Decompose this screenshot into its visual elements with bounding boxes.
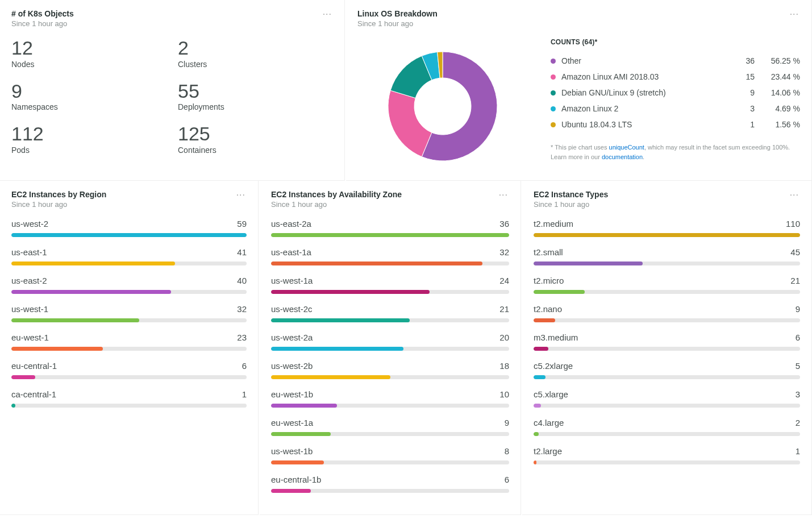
bar-item[interactable]: us-west-2c21 [271, 304, 509, 322]
bar-item[interactable]: us-west-1b8 [271, 446, 509, 464]
card-menu-button[interactable]: ··· [786, 8, 802, 20]
metric-label: Containers [178, 146, 333, 155]
bar-value: 2 [796, 418, 800, 427]
card-menu-button[interactable]: ··· [495, 189, 511, 201]
bar-item[interactable]: us-west-2b18 [271, 361, 509, 379]
bar-list: us-west-259us-east-141us-east-240us-west… [11, 219, 247, 408]
legend-dot [551, 122, 556, 127]
bar-fill [271, 318, 410, 322]
legend-row[interactable]: Debian GNU/Linux 9 (stretch)914.06 % [551, 85, 800, 101]
bar-label: t2.small [534, 247, 563, 257]
legend-title: COUNTS (64)* [551, 38, 800, 46]
legend-count: 15 [732, 72, 755, 81]
bar-fill [271, 262, 482, 265]
bar-label: c5.xlarge [534, 389, 568, 399]
bar-value: 45 [790, 247, 800, 257]
bar-list: us-east-2a36us-east-1a32us-west-1a24us-w… [271, 219, 509, 493]
bar-item[interactable]: eu-west-1a9 [271, 418, 509, 436]
bar-label: m3.medium [534, 333, 578, 342]
bar-label: us-west-1 [11, 304, 48, 314]
bar-item[interactable]: us-east-2a36 [271, 219, 509, 237]
bar-item[interactable]: t2.micro21 [534, 276, 800, 294]
bar-value: 10 [499, 389, 509, 399]
bar-fill [11, 347, 103, 351]
bar-item[interactable]: c4.large2 [534, 418, 800, 436]
bar-value: 20 [499, 333, 509, 342]
bar-label: t2.large [534, 446, 562, 456]
card-subtitle: Since 1 hour ago [11, 200, 247, 209]
bar-value: 9 [505, 418, 509, 427]
card-menu-button[interactable]: ··· [233, 189, 249, 201]
bar-item[interactable]: us-west-1a24 [271, 276, 509, 294]
bar-item[interactable]: t2.small45 [534, 247, 800, 265]
legend-pct: 1.56 % [766, 120, 800, 129]
bar-track [11, 347, 247, 351]
legend-row[interactable]: Amazon Linux 234.69 % [551, 101, 800, 117]
bar-item[interactable]: t2.large1 [534, 446, 800, 464]
metric-value: 2 [178, 38, 333, 59]
pie-chart [357, 38, 528, 169]
pie-slice[interactable] [388, 90, 432, 157]
bar-label: eu-central-1 [11, 361, 57, 371]
bar-label: us-west-2a [271, 333, 313, 342]
bar-item[interactable]: us-east-1a32 [271, 247, 509, 265]
legend-row[interactable]: Ubuntu 18.04.3 LTS11.56 % [551, 117, 800, 132]
link-documentation[interactable]: documentation [602, 153, 643, 160]
card-menu-button[interactable]: ··· [786, 189, 802, 201]
card-subtitle: Since 1 hour ago [357, 19, 800, 28]
metric-label: Pods [11, 146, 166, 155]
legend-name: Ubuntu 18.04.3 LTS [561, 120, 732, 129]
legend-row[interactable]: Other3656.25 % [551, 53, 800, 69]
bar-value: 1 [796, 446, 800, 456]
bar-item[interactable]: c5.2xlarge5 [534, 361, 800, 379]
bar-track [271, 489, 509, 493]
bar-fill [534, 404, 541, 408]
bar-fill [534, 375, 546, 379]
bar-item[interactable]: m3.medium6 [534, 333, 800, 351]
bar-track [11, 375, 247, 379]
bar-item[interactable]: ca-central-11 [11, 389, 247, 408]
legend-list: Other3656.25 %Amazon Linux AMI 2018.0315… [551, 53, 800, 132]
bar-track [271, 404, 509, 408]
bar-track [534, 318, 800, 322]
legend-dot [551, 106, 556, 111]
legend-row[interactable]: Amazon Linux AMI 2018.031523.44 % [551, 69, 800, 85]
bar-item[interactable]: us-west-132 [11, 304, 247, 322]
bar-value: 23 [237, 333, 247, 342]
bar-item[interactable]: t2.medium110 [534, 219, 800, 237]
link-uniquecount[interactable]: uniqueCount [609, 144, 644, 151]
bar-item[interactable]: c5.xlarge3 [534, 389, 800, 408]
bar-label: ca-central-1 [11, 389, 56, 399]
bar-item[interactable]: us-west-2a20 [271, 333, 509, 351]
card-linux-os-breakdown: ··· Linux OS Breakdown Since 1 hour ago … [346, 0, 812, 181]
card-title: Linux OS Breakdown [357, 9, 800, 18]
metric: 2Clusters [178, 38, 333, 69]
bar-label: us-west-1b [271, 446, 313, 456]
bar-label: eu-west-1b [271, 389, 313, 399]
bar-fill [534, 318, 555, 322]
metric-value: 125 [178, 124, 333, 144]
bar-track [271, 347, 509, 351]
bar-item[interactable]: us-east-240 [11, 276, 247, 294]
bar-value: 5 [796, 361, 800, 371]
bar-item[interactable]: us-east-141 [11, 247, 247, 265]
bar-item[interactable]: t2.nano9 [534, 304, 800, 322]
bar-fill [271, 489, 311, 493]
bar-value: 24 [499, 276, 509, 285]
metric-value: 112 [11, 124, 166, 144]
bar-label: t2.nano [534, 304, 562, 314]
legend-dot [551, 74, 556, 80]
bar-value: 6 [505, 475, 509, 484]
bar-item[interactable]: eu-central-16 [11, 361, 247, 379]
bar-item[interactable]: eu-central-1b6 [271, 475, 509, 493]
bar-item[interactable]: eu-west-1b10 [271, 389, 509, 408]
metric: 55Deployments [178, 81, 333, 112]
bar-item[interactable]: us-west-259 [11, 219, 247, 237]
bar-value: 6 [242, 361, 247, 371]
metric-label: Nodes [11, 60, 166, 69]
card-menu-button[interactable]: ··· [319, 8, 335, 20]
bar-track [534, 432, 800, 436]
bar-item[interactable]: eu-west-123 [11, 333, 247, 351]
bar-value: 6 [796, 333, 800, 342]
metric: 12Nodes [11, 38, 166, 69]
